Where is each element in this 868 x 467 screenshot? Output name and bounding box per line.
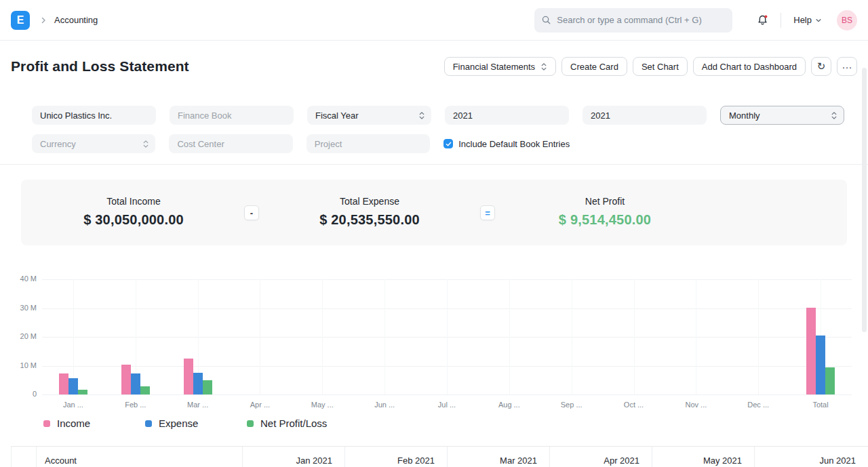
include-default-book-entries[interactable]: Include Default Book Entries [443, 134, 570, 153]
x-axis-tick-label: Mar ... [167, 401, 229, 409]
breadcrumb-chevron-icon [39, 16, 47, 24]
column-header-feb-2021[interactable]: Feb 2021 [345, 447, 448, 467]
total-income-value: $ 30,050,000.00 [62, 212, 205, 228]
add-chart-to-dashboard-button[interactable]: Add Chart to Dashboard [693, 57, 806, 76]
legend-color-dot [43, 420, 50, 427]
set-chart-button[interactable]: Set Chart [633, 57, 688, 76]
bar-expense[interactable] [131, 373, 140, 394]
bar-group-8[interactable] [478, 279, 540, 394]
vertical-gridline [73, 279, 74, 394]
financial-statements-select[interactable]: Financial Statements [444, 57, 556, 76]
search-input[interactable] [557, 15, 726, 25]
net-profit-metric: Net Profit $ 9,514,450.00 [534, 196, 676, 228]
menu-ellipsis-icon: ··· [842, 61, 852, 73]
bar-net-profit-loss[interactable] [203, 380, 212, 394]
notifications-button[interactable] [757, 14, 768, 26]
bar-expense[interactable] [68, 378, 78, 394]
nav-divider [781, 13, 781, 28]
y-axis-tick-label: 20 M [11, 332, 37, 340]
bar-group-9[interactable] [540, 279, 603, 394]
company-input[interactable] [32, 106, 156, 125]
navbar-right: Help BS [534, 8, 857, 33]
bar-income[interactable] [806, 308, 816, 394]
period-basis-select[interactable]: Fiscal Year [307, 106, 431, 125]
global-search[interactable] [534, 8, 732, 33]
report-table-header: AccountJan 2021Feb 2021Mar 2021Apr 2021M… [11, 446, 868, 467]
bar-group-3[interactable] [167, 279, 229, 394]
vertical-gridline [572, 279, 572, 394]
page-scrollbar-thumb[interactable] [862, 68, 867, 332]
periodicity-select[interactable]: Monthly [720, 106, 844, 125]
column-header-account[interactable]: Account [37, 447, 243, 467]
finance-book-input[interactable] [170, 106, 294, 125]
vertical-gridline [696, 279, 696, 394]
navbar: E Accounting Help BS [0, 0, 868, 41]
user-avatar[interactable]: BS [837, 10, 857, 31]
bar-group-4[interactable] [229, 279, 292, 394]
bar-group-12[interactable] [727, 279, 789, 394]
create-card-button[interactable]: Create Card [561, 57, 627, 76]
column-header-jan-2021[interactable]: Jan 2021 [243, 447, 345, 467]
refresh-button[interactable]: ↻ [811, 57, 831, 76]
column-header-may-2021[interactable]: May 2021 [652, 447, 755, 467]
column-header-jun-2021[interactable]: Jun 2021 [755, 447, 868, 467]
currency-select[interactable]: Currency [32, 134, 155, 153]
row-index-column-header [12, 447, 37, 467]
bar-group-11[interactable] [665, 279, 727, 394]
y-axis-tick-label: 0 [11, 390, 37, 398]
cost-center-input[interactable] [169, 134, 292, 153]
chart-legend: IncomeExpenseNet Profit/Loss [43, 418, 349, 429]
total-income-label: Total Income [62, 196, 205, 207]
select-chevrons-icon [142, 140, 149, 148]
bar-group-7[interactable] [416, 279, 478, 394]
x-axis-tick-label: Feb ... [104, 401, 167, 409]
help-menu[interactable]: Help [793, 15, 822, 25]
bar-income[interactable] [59, 373, 68, 394]
page-title: Profit and Loss Statement [11, 58, 189, 75]
bar-expense[interactable] [193, 373, 203, 394]
x-axis-tick-label: Jul ... [416, 401, 478, 409]
x-axis-tick-label: May ... [291, 401, 353, 409]
total-expense-label: Total Expense [298, 196, 441, 207]
bar-income[interactable] [121, 365, 131, 394]
legend-item-net-profit-loss[interactable]: Net Profit/Loss [247, 418, 349, 429]
app-logo[interactable]: E [11, 11, 30, 30]
avatar-initials: BS [842, 16, 852, 25]
summary-band: Total Income $ 30,050,000.00 - Total Exp… [21, 180, 847, 245]
bar-net-profit-loss[interactable] [140, 386, 150, 394]
legend-label: Expense [159, 418, 198, 429]
bar-net-profit-loss[interactable] [78, 390, 87, 394]
app-logo-letter: E [17, 14, 24, 26]
bar-group-1[interactable] [42, 279, 104, 394]
help-chevron-icon [815, 17, 822, 24]
legend-item-income[interactable]: Income [43, 418, 145, 429]
breadcrumb[interactable]: Accounting [54, 15, 98, 25]
project-input[interactable] [307, 134, 430, 153]
x-axis-tick-label: Jun ... [353, 401, 416, 409]
bar-group-13[interactable] [789, 279, 852, 394]
help-label: Help [793, 15, 812, 25]
bar-net-profit-loss[interactable] [825, 367, 835, 394]
bar-group-5[interactable] [291, 279, 353, 394]
start-year-input[interactable] [445, 106, 569, 125]
set-chart-label: Set Chart [642, 62, 679, 72]
y-axis-tick-label: 30 M [11, 304, 37, 312]
bar-expense[interactable] [816, 336, 825, 394]
filter-section: Fiscal Year Monthly Currency Include Def… [0, 92, 868, 165]
include-default-book-entries-checkbox[interactable] [443, 139, 453, 148]
vertical-gridline [260, 279, 260, 394]
bar-group-10[interactable] [603, 279, 665, 394]
bar-income[interactable] [184, 359, 193, 394]
end-year-input[interactable] [583, 106, 707, 125]
x-axis-tick-label: Apr ... [229, 401, 292, 409]
equals-operator-chip: = [480, 205, 495, 220]
menu-button[interactable]: ··· [837, 57, 857, 76]
bar-group-6[interactable] [353, 279, 416, 394]
chart-x-labels: Jan ...Feb ...Mar ...Apr ...May ...Jun .… [42, 401, 852, 409]
bar-group-2[interactable] [104, 279, 167, 394]
column-header-mar-2021[interactable]: Mar 2021 [448, 447, 550, 467]
x-axis-tick-label: Dec ... [727, 401, 789, 409]
legend-item-expense[interactable]: Expense [145, 418, 247, 429]
x-axis-tick-label: Total [789, 401, 852, 409]
column-header-apr-2021[interactable]: Apr 2021 [550, 447, 652, 467]
